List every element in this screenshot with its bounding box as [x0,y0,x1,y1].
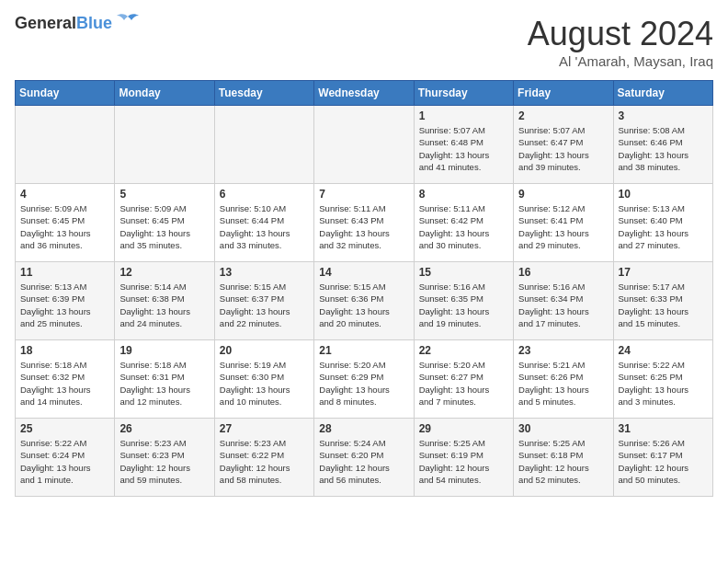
day-number: 27 [220,422,309,435]
day-info: Sunrise: 5:13 AM Sunset: 6:39 PM Dayligh… [20,281,109,329]
weekday-header-saturday: Saturday [613,81,712,106]
calendar-cell: 17Sunrise: 5:17 AM Sunset: 6:33 PM Dayli… [613,262,712,340]
weekday-header-tuesday: Tuesday [214,81,313,106]
month-title: August 2024 [528,15,713,53]
day-number: 20 [220,344,309,357]
calendar-cell: 4Sunrise: 5:09 AM Sunset: 6:45 PM Daylig… [16,184,115,262]
day-info: Sunrise: 5:24 AM Sunset: 6:20 PM Dayligh… [319,437,408,486]
calendar-cell: 27Sunrise: 5:23 AM Sunset: 6:22 PM Dayli… [214,419,313,497]
weekday-header-monday: Monday [115,81,214,106]
weekday-header-thursday: Thursday [414,81,513,106]
calendar-table: SundayMondayTuesdayWednesdayThursdayFrid… [15,80,713,497]
week-row-3: 11Sunrise: 5:13 AM Sunset: 6:39 PM Dayli… [16,262,713,340]
calendar-cell: 30Sunrise: 5:25 AM Sunset: 6:18 PM Dayli… [514,419,613,497]
day-info: Sunrise: 5:22 AM Sunset: 6:24 PM Dayligh… [20,437,109,486]
day-number: 11 [20,266,109,279]
calendar-cell: 24Sunrise: 5:22 AM Sunset: 6:25 PM Dayli… [613,340,712,419]
day-info: Sunrise: 5:26 AM Sunset: 6:17 PM Dayligh… [619,437,708,486]
page-header: GeneralBlue August 2024 Al 'Amarah, Mays… [15,15,713,69]
day-number: 18 [20,344,109,357]
day-info: Sunrise: 5:08 AM Sunset: 6:46 PM Dayligh… [619,124,708,173]
day-info: Sunrise: 5:23 AM Sunset: 6:22 PM Dayligh… [220,437,309,486]
day-number: 30 [518,422,608,435]
day-info: Sunrise: 5:15 AM Sunset: 6:36 PM Dayligh… [319,281,408,329]
calendar-cell: 28Sunrise: 5:24 AM Sunset: 6:20 PM Dayli… [314,419,414,497]
day-info: Sunrise: 5:25 AM Sunset: 6:19 PM Dayligh… [419,437,508,486]
day-info: Sunrise: 5:11 AM Sunset: 6:42 PM Dayligh… [419,202,508,251]
day-number: 15 [419,266,508,279]
calendar-cell [314,106,414,184]
day-info: Sunrise: 5:10 AM Sunset: 6:44 PM Dayligh… [220,202,309,251]
calendar-cell: 10Sunrise: 5:13 AM Sunset: 6:40 PM Dayli… [613,184,712,262]
day-number: 24 [619,344,708,357]
calendar-cell: 16Sunrise: 5:16 AM Sunset: 6:34 PM Dayli… [514,262,613,340]
calendar-cell: 15Sunrise: 5:16 AM Sunset: 6:35 PM Dayli… [414,262,513,340]
day-info: Sunrise: 5:16 AM Sunset: 6:34 PM Dayligh… [518,281,608,329]
day-number: 12 [119,266,209,279]
day-number: 25 [20,422,109,435]
day-number: 26 [119,422,209,435]
day-number: 14 [319,266,408,279]
day-info: Sunrise: 5:18 AM Sunset: 6:32 PM Dayligh… [20,359,109,408]
day-number: 8 [419,188,508,201]
day-number: 17 [619,266,708,279]
day-info: Sunrise: 5:16 AM Sunset: 6:35 PM Dayligh… [419,281,508,329]
calendar-cell: 8Sunrise: 5:11 AM Sunset: 6:42 PM Daylig… [414,184,513,262]
day-info: Sunrise: 5:22 AM Sunset: 6:25 PM Dayligh… [619,359,708,408]
calendar-cell: 6Sunrise: 5:10 AM Sunset: 6:44 PM Daylig… [214,184,313,262]
day-info: Sunrise: 5:21 AM Sunset: 6:26 PM Dayligh… [518,359,608,408]
week-row-5: 25Sunrise: 5:22 AM Sunset: 6:24 PM Dayli… [16,419,713,497]
day-info: Sunrise: 5:11 AM Sunset: 6:43 PM Dayligh… [319,202,408,251]
day-info: Sunrise: 5:20 AM Sunset: 6:27 PM Dayligh… [419,359,508,408]
weekday-header-wednesday: Wednesday [314,81,414,106]
day-number: 19 [119,344,209,357]
day-number: 3 [619,109,708,122]
logo-text: GeneralBlue [15,15,112,33]
calendar-cell [214,106,313,184]
calendar-cell: 2Sunrise: 5:07 AM Sunset: 6:47 PM Daylig… [514,106,613,184]
calendar-cell: 12Sunrise: 5:14 AM Sunset: 6:38 PM Dayli… [115,262,214,340]
day-info: Sunrise: 5:14 AM Sunset: 6:38 PM Dayligh… [119,281,209,329]
day-info: Sunrise: 5:07 AM Sunset: 6:47 PM Dayligh… [518,124,608,173]
day-number: 21 [319,344,408,357]
calendar-cell: 5Sunrise: 5:09 AM Sunset: 6:45 PM Daylig… [115,184,214,262]
day-number: 29 [419,422,508,435]
week-row-1: 1Sunrise: 5:07 AM Sunset: 6:48 PM Daylig… [16,106,713,184]
day-info: Sunrise: 5:13 AM Sunset: 6:40 PM Dayligh… [619,202,708,251]
title-area: August 2024 Al 'Amarah, Maysan, Iraq [528,15,713,69]
day-number: 22 [419,344,508,357]
day-number: 23 [518,344,608,357]
calendar-cell: 13Sunrise: 5:15 AM Sunset: 6:37 PM Dayli… [214,262,313,340]
logo-bird-icon [115,13,141,33]
calendar-cell: 31Sunrise: 5:26 AM Sunset: 6:17 PM Dayli… [613,419,712,497]
day-info: Sunrise: 5:09 AM Sunset: 6:45 PM Dayligh… [20,202,109,251]
calendar-cell: 11Sunrise: 5:13 AM Sunset: 6:39 PM Dayli… [16,262,115,340]
calendar-cell: 19Sunrise: 5:18 AM Sunset: 6:31 PM Dayli… [115,340,214,419]
location: Al 'Amarah, Maysan, Iraq [528,53,713,69]
day-number: 13 [220,266,309,279]
day-number: 1 [419,109,508,122]
week-row-2: 4Sunrise: 5:09 AM Sunset: 6:45 PM Daylig… [16,184,713,262]
day-number: 5 [119,188,209,201]
calendar-cell: 3Sunrise: 5:08 AM Sunset: 6:46 PM Daylig… [613,106,712,184]
calendar-cell: 22Sunrise: 5:20 AM Sunset: 6:27 PM Dayli… [414,340,513,419]
calendar-cell: 21Sunrise: 5:20 AM Sunset: 6:29 PM Dayli… [314,340,414,419]
day-number: 7 [319,188,408,201]
day-info: Sunrise: 5:09 AM Sunset: 6:45 PM Dayligh… [119,202,209,251]
calendar-cell: 1Sunrise: 5:07 AM Sunset: 6:48 PM Daylig… [414,106,513,184]
calendar-cell: 14Sunrise: 5:15 AM Sunset: 6:36 PM Dayli… [314,262,414,340]
weekday-header-row: SundayMondayTuesdayWednesdayThursdayFrid… [16,81,713,106]
logo: GeneralBlue [15,15,141,33]
calendar-cell: 9Sunrise: 5:12 AM Sunset: 6:41 PM Daylig… [514,184,613,262]
day-info: Sunrise: 5:17 AM Sunset: 6:33 PM Dayligh… [619,281,708,329]
day-info: Sunrise: 5:12 AM Sunset: 6:41 PM Dayligh… [518,202,608,251]
day-number: 31 [619,422,708,435]
day-number: 16 [518,266,608,279]
calendar-cell: 25Sunrise: 5:22 AM Sunset: 6:24 PM Dayli… [16,419,115,497]
day-info: Sunrise: 5:19 AM Sunset: 6:30 PM Dayligh… [220,359,309,408]
day-info: Sunrise: 5:07 AM Sunset: 6:48 PM Dayligh… [419,124,508,173]
day-number: 4 [20,188,109,201]
calendar-cell: 26Sunrise: 5:23 AM Sunset: 6:23 PM Dayli… [115,419,214,497]
day-info: Sunrise: 5:23 AM Sunset: 6:23 PM Dayligh… [119,437,209,486]
calendar-cell: 18Sunrise: 5:18 AM Sunset: 6:32 PM Dayli… [16,340,115,419]
